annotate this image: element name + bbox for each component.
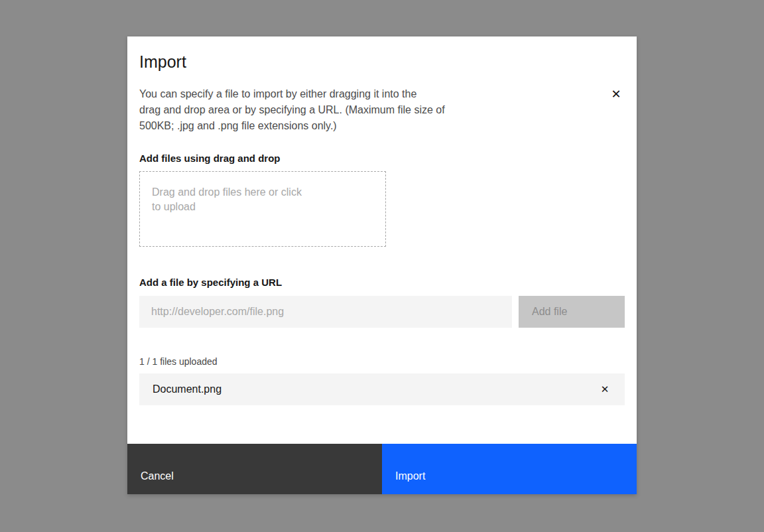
remove-file-icon: ✕ [601,383,609,395]
modal-body: Import ✕ You can specify a file to impor… [127,36,637,444]
overlay: { "modal": { "title": "Import", "close_i… [0,0,764,532]
uploaded-file-row: Document.png ✕ [139,373,625,405]
import-button[interactable]: Import [382,444,637,494]
modal-footer: Cancel Import [127,444,637,494]
url-section-label: Add a file by specifying a URL [139,277,625,289]
close-button[interactable]: ✕ [605,84,627,105]
drag-drop-label: Add files using drag and drop [139,153,625,165]
file-dropzone[interactable]: Drag and drop files here or click to upl… [139,171,386,247]
modal-title: Import [139,51,625,72]
cancel-button[interactable]: Cancel [127,444,382,494]
url-input-row: Add file [139,296,625,328]
import-modal: Import ✕ You can specify a file to impor… [127,36,637,494]
dropzone-placeholder: Drag and drop files here or click to upl… [152,185,373,214]
url-input[interactable] [139,296,512,328]
upload-status-text: 1 / 1 files uploaded [139,356,625,367]
remove-file-button[interactable]: ✕ [596,380,614,399]
add-file-button[interactable]: Add file [519,296,625,328]
modal-description: You can specify a file to import by eith… [139,86,625,134]
close-icon: ✕ [611,84,621,105]
uploaded-file-name: Document.png [153,383,222,395]
